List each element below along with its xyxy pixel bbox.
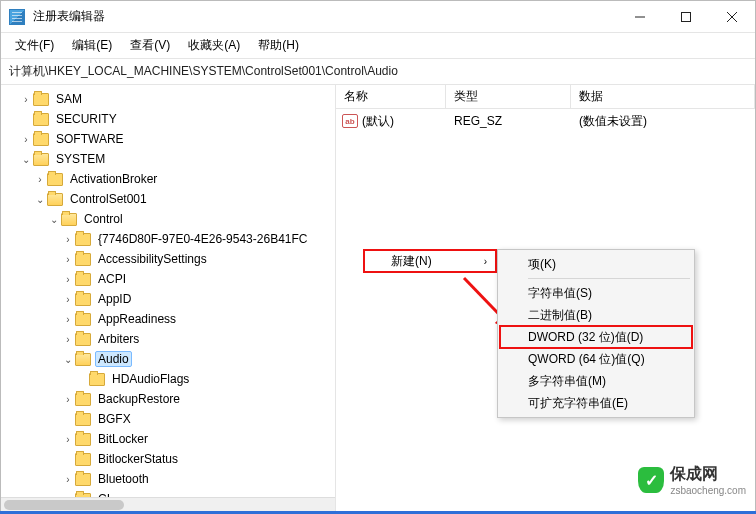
titlebar: 注册表编辑器 — [1, 1, 755, 33]
shield-icon: ✓ — [638, 467, 664, 493]
tree-node-backuprestore[interactable]: ›BackupRestore — [5, 389, 335, 409]
menu-edit[interactable]: 编辑(E) — [66, 34, 118, 57]
tree-node-appreadiness[interactable]: ›AppReadiness — [5, 309, 335, 329]
tree-node-bitlockerstatus[interactable]: ›BitlockerStatus — [5, 449, 335, 469]
tree-node-audio[interactable]: ⌄Audio — [5, 349, 335, 369]
chevron-right-icon: › — [484, 256, 487, 267]
registry-tree: ›SAM ›SECURITY ›SOFTWARE ⌄SYSTEM ›Activa… — [5, 89, 335, 509]
tree-pane[interactable]: ›SAM ›SECURITY ›SOFTWARE ⌄SYSTEM ›Activa… — [1, 85, 336, 513]
watermark-text: 保成网 — [670, 464, 746, 485]
svg-rect-1 — [682, 12, 691, 21]
context-menu-new-label: 新建(N) — [391, 253, 432, 270]
regedit-icon — [9, 9, 25, 25]
tree-node-sam[interactable]: ›SAM — [5, 89, 335, 109]
col-header-data[interactable]: 数据 — [571, 85, 755, 108]
tree-node-system[interactable]: ⌄SYSTEM — [5, 149, 335, 169]
value-row-default[interactable]: ab (默认) REG_SZ (数值未设置) — [336, 111, 755, 131]
col-header-name[interactable]: 名称 — [336, 85, 446, 108]
submenu-qword[interactable]: QWORD (64 位)值(Q) — [500, 348, 692, 370]
tree-node-controlset001[interactable]: ⌄ControlSet001 — [5, 189, 335, 209]
tree-node-bluetooth[interactable]: ›Bluetooth — [5, 469, 335, 489]
context-menu-new[interactable]: 新建(N) › — [363, 249, 497, 273]
tree-node-arbiters[interactable]: ›Arbiters — [5, 329, 335, 349]
menu-view[interactable]: 查看(V) — [124, 34, 176, 57]
col-header-type[interactable]: 类型 — [446, 85, 571, 108]
address-bar[interactable]: 计算机\HKEY_LOCAL_MACHINE\SYSTEM\ControlSet… — [1, 59, 755, 85]
tree-node-security[interactable]: ›SECURITY — [5, 109, 335, 129]
tree-scrollbar-thumb[interactable] — [4, 500, 124, 510]
tree-node-bgfx[interactable]: ›BGFX — [5, 409, 335, 429]
close-button[interactable] — [709, 1, 755, 33]
window-title: 注册表编辑器 — [33, 8, 617, 25]
tree-node-hdaudioflags[interactable]: ›HDAudioFlags — [5, 369, 335, 389]
maximize-button[interactable] — [663, 1, 709, 33]
menu-favorites[interactable]: 收藏夹(A) — [182, 34, 246, 57]
watermark-url: zsbaocheng.com — [670, 485, 746, 496]
tree-node-bitlocker[interactable]: ›BitLocker — [5, 429, 335, 449]
submenu-binary[interactable]: 二进制值(B) — [500, 304, 692, 326]
tree-node-control[interactable]: ⌄Control — [5, 209, 335, 229]
tree-node-accessibility[interactable]: ›AccessibilitySettings — [5, 249, 335, 269]
value-name: (默认) — [362, 113, 394, 130]
submenu-key[interactable]: 项(K) — [500, 253, 692, 275]
submenu-multistring[interactable]: 多字符串值(M) — [500, 370, 692, 392]
menu-file[interactable]: 文件(F) — [9, 34, 60, 57]
submenu-dword[interactable]: DWORD (32 位)值(D) — [500, 326, 692, 348]
value-data: (数值未设置) — [571, 113, 755, 130]
tree-node-software[interactable]: ›SOFTWARE — [5, 129, 335, 149]
menu-separator — [528, 278, 690, 279]
submenu-string[interactable]: 字符串值(S) — [500, 282, 692, 304]
tree-node-guid[interactable]: ›{7746D80F-97E0-4E26-9543-26B41FC — [5, 229, 335, 249]
new-submenu: 项(K) 字符串值(S) 二进制值(B) DWORD (32 位)值(D) QW… — [497, 249, 695, 418]
value-type: REG_SZ — [446, 114, 571, 128]
values-list[interactable]: ab (默认) REG_SZ (数值未设置) — [336, 109, 755, 133]
minimize-button[interactable] — [617, 1, 663, 33]
submenu-expandstring[interactable]: 可扩充字符串值(E) — [500, 392, 692, 414]
tree-node-activationbroker[interactable]: ›ActivationBroker — [5, 169, 335, 189]
menu-help[interactable]: 帮助(H) — [252, 34, 305, 57]
menubar: 文件(F) 编辑(E) 查看(V) 收藏夹(A) 帮助(H) — [1, 33, 755, 59]
string-value-icon: ab — [342, 114, 358, 128]
values-header: 名称 类型 数据 — [336, 85, 755, 109]
watermark: ✓ 保成网 zsbaocheng.com — [632, 462, 752, 498]
window-controls — [617, 1, 755, 33]
address-text: 计算机\HKEY_LOCAL_MACHINE\SYSTEM\ControlSet… — [9, 63, 398, 80]
tree-node-appid[interactable]: ›AppID — [5, 289, 335, 309]
tree-node-acpi[interactable]: ›ACPI — [5, 269, 335, 289]
